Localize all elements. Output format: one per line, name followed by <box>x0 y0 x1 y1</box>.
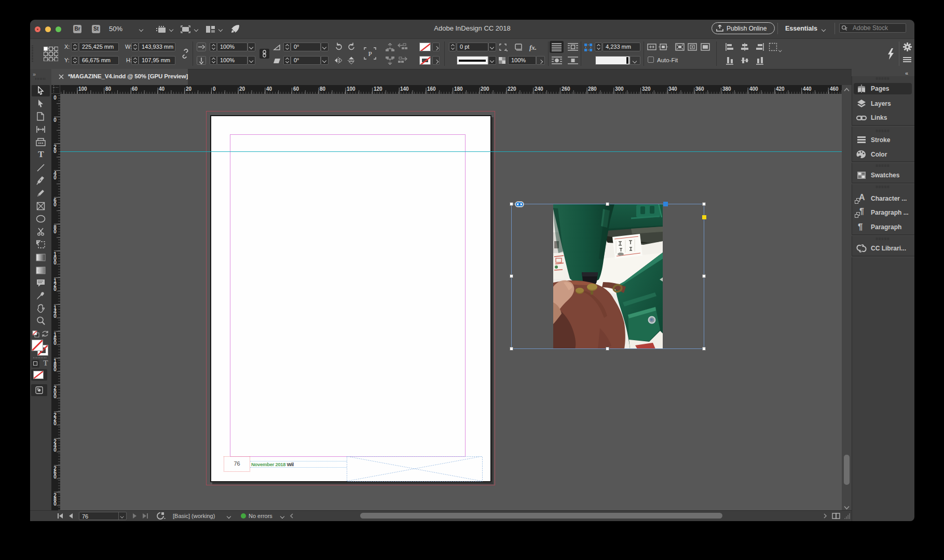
svg-text:P: P <box>368 50 372 58</box>
